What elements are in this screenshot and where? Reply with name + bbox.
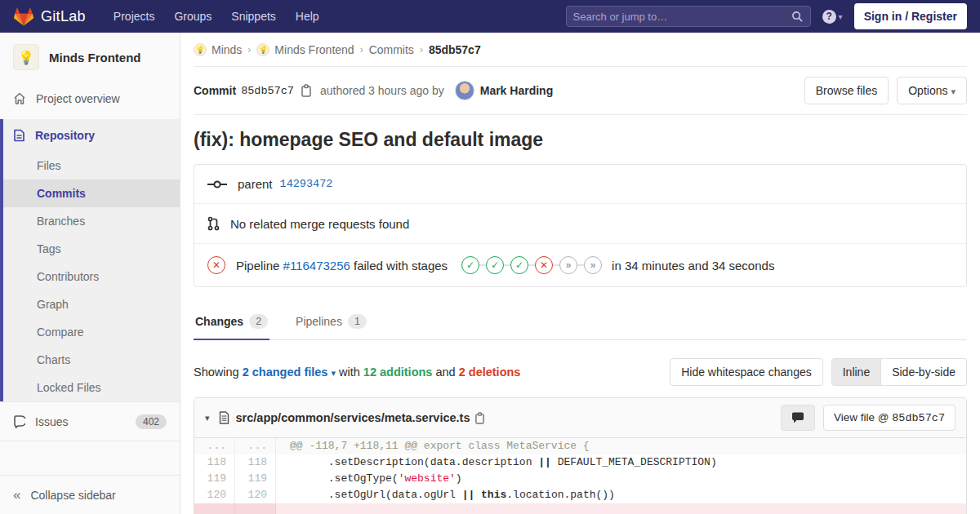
sidebar-item-label: Issues <box>35 415 68 428</box>
sidebar-item-files[interactable]: Files <box>3 152 180 179</box>
pipeline-stage-skipped-icon[interactable]: » <box>584 256 602 274</box>
new-line-number[interactable]: 118 <box>235 454 276 471</box>
pipeline-stage-success-icon[interactable]: ✓ <box>461 256 479 274</box>
breadcrumb-item[interactable]: 💡Minds Frontend <box>256 43 354 56</box>
diff-line: ......@@ -118,7 +118,11 @@ export class … <box>194 438 966 454</box>
pipeline-stage-failed-icon[interactable]: ✕ <box>535 256 553 274</box>
sidebar-item-repository[interactable]: Repository <box>3 119 180 152</box>
new-line-number[interactable] <box>235 503 276 514</box>
options-button[interactable]: Options▾ <box>897 77 967 104</box>
stage-connector <box>553 264 559 266</box>
help-icon[interactable]: ? <box>822 10 836 24</box>
project-sidebar: 💡 Minds Frontend Project overview <box>0 33 180 514</box>
commit-icon <box>207 179 227 190</box>
project-avatar[interactable]: 💡 <box>13 44 39 70</box>
nav-link-projects[interactable]: Projects <box>105 5 163 28</box>
merge-requests-text: No related merge requests found <box>230 217 409 231</box>
document-icon <box>13 129 25 142</box>
view-file-button[interactable]: View file @ 85db57c7 <box>823 405 956 431</box>
sign-in-button[interactable]: Sign in / Register <box>854 3 967 29</box>
stage-connector <box>577 264 584 266</box>
sidebar-item-branches[interactable]: Branches <box>3 207 180 235</box>
home-icon <box>13 92 26 105</box>
sidebar-item-charts[interactable]: Charts <box>3 346 180 374</box>
sidebar-item-commits[interactable]: Commits <box>3 179 180 207</box>
pipeline-stage-success-icon[interactable]: ✓ <box>510 256 528 274</box>
sidebar-item-locked-files[interactable]: Locked Files <box>3 374 180 401</box>
new-line-number[interactable]: 120 <box>235 487 276 503</box>
hide-whitespace-button[interactable]: Hide whitespace changes <box>670 358 823 386</box>
pipeline-row: ✕ Pipeline #116473256 failed with stages… <box>194 243 966 286</box>
project-header[interactable]: 💡 Minds Frontend <box>0 33 180 83</box>
changed-files-dropdown[interactable]: 2 changed files ▾ <box>243 366 336 379</box>
breadcrumb-separator-icon: › <box>420 44 423 55</box>
diff-line <box>194 503 966 514</box>
breadcrumb-separator-icon: › <box>360 44 363 55</box>
sidebar-item-label: Repository <box>35 129 95 142</box>
sidebar-item-issues[interactable]: Issues 402 <box>0 401 180 441</box>
author-name[interactable]: Mark Harding <box>480 84 553 97</box>
tab-pipelines[interactable]: Pipelines1 <box>294 305 368 339</box>
top-navbar: GitLab ProjectsGroupsSnippetsHelp ? ▾ Si… <box>0 0 980 33</box>
inline-view-button[interactable]: Inline <box>831 358 881 386</box>
nav-link-help[interactable]: Help <box>287 5 327 28</box>
chevron-down-icon: ▾ <box>951 86 956 96</box>
copy-icon <box>301 84 312 97</box>
main-nav: ProjectsGroupsSnippetsHelp <box>105 5 327 28</box>
tab-count-badge: 1 <box>348 314 367 329</box>
toggle-comments-button[interactable] <box>781 405 815 431</box>
old-line-number[interactable] <box>194 503 235 514</box>
breadcrumb-item[interactable]: 💡Minds <box>194 43 242 56</box>
copy-sha-button[interactable] <box>301 84 312 97</box>
old-line-number[interactable]: 120 <box>194 487 235 503</box>
old-line-number[interactable]: 118 <box>194 454 235 471</box>
search-icon[interactable] <box>791 11 804 23</box>
summary-text: Showing 2 changed files ▾ with 12 additi… <box>194 366 520 379</box>
sidebar-item-contributors[interactable]: Contributors <box>3 263 180 290</box>
nav-link-groups[interactable]: Groups <box>166 5 220 28</box>
old-line-number[interactable]: ... <box>194 438 235 454</box>
author-avatar[interactable] <box>455 81 474 100</box>
diff-line-content: .setOgType('website') <box>276 471 966 487</box>
tab-label: Changes <box>195 315 243 328</box>
collapse-diff-caret-icon[interactable]: ▾ <box>205 413 210 423</box>
help-menu[interactable]: ? ▾ <box>822 10 843 24</box>
diff-line-content: .setOgUrl(data.ogUrl || this.location.pa… <box>276 487 966 503</box>
sidebar-section-repository: Repository FilesCommitsBranchesTagsContr… <box>0 119 180 401</box>
diff-line: 119119 .setOgType('website') <box>194 471 966 487</box>
commit-title: (fix): homepage SEO and default image <box>194 129 967 151</box>
old-line-number[interactable]: 119 <box>194 471 235 487</box>
diff-file: ▾ src/app/common/services/meta.service.t… <box>194 397 967 514</box>
pipeline-stage-skipped-icon[interactable]: » <box>559 256 577 274</box>
project-avatar: 💡 <box>194 43 207 56</box>
new-line-number[interactable]: ... <box>235 438 276 454</box>
additions-count: 12 additions <box>363 366 433 379</box>
new-line-number[interactable]: 119 <box>235 471 276 487</box>
diff-file-path[interactable]: src/app/common/services/meta.service.ts <box>236 411 470 424</box>
global-search[interactable] <box>566 6 811 27</box>
diff-table: ......@@ -118,7 +118,11 @@ export class … <box>194 438 966 514</box>
repository-subnav: FilesCommitsBranchesTagsContributorsGrap… <box>3 152 180 401</box>
nav-link-snippets[interactable]: Snippets <box>223 5 283 28</box>
sidebar-item-project-overview[interactable]: Project overview <box>0 83 180 114</box>
pipeline-failed-icon[interactable]: ✕ <box>207 256 225 274</box>
parent-row: parent 14293472 <box>194 165 966 203</box>
parent-label: parent <box>238 177 273 191</box>
gitlab-logo[interactable]: GitLab <box>13 7 86 27</box>
sidebar-item-graph[interactable]: Graph <box>3 290 180 318</box>
tab-changes[interactable]: Changes2 <box>194 305 270 339</box>
side-by-side-view-button[interactable]: Side-by-side <box>881 358 967 386</box>
stage-connector <box>504 264 510 266</box>
browse-files-button[interactable]: Browse files <box>804 77 889 104</box>
breadcrumb-item[interactable]: Commits <box>369 43 414 56</box>
search-input[interactable] <box>573 11 791 23</box>
copy-path-button[interactable] <box>474 412 485 424</box>
sidebar-item-compare[interactable]: Compare <box>3 318 180 346</box>
diff-line: 118118 .setDescription(data.description … <box>194 454 966 471</box>
stage-connector <box>479 264 486 266</box>
sidebar-item-tags[interactable]: Tags <box>3 235 180 263</box>
pipeline-stage-success-icon[interactable]: ✓ <box>486 256 504 274</box>
parent-sha-link[interactable]: 14293472 <box>280 178 333 190</box>
pipeline-id-link[interactable]: #116473256 <box>283 259 350 273</box>
collapse-sidebar-button[interactable]: « Collapse sidebar <box>0 475 180 514</box>
